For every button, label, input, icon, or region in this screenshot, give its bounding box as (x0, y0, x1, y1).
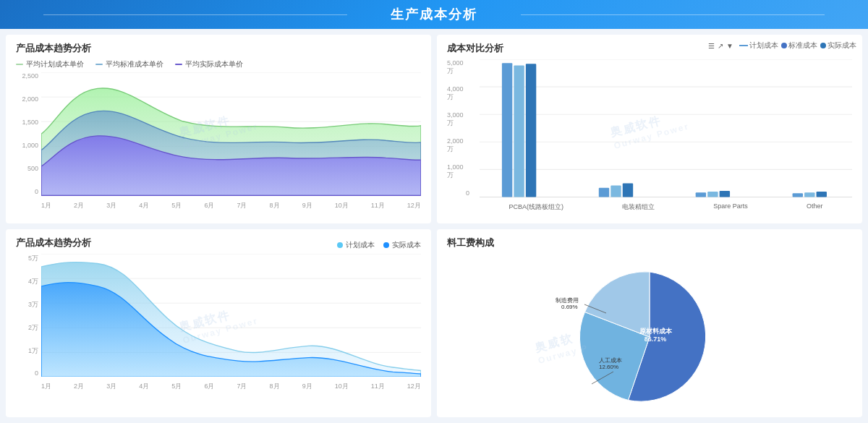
svg-rect-21 (793, 193, 803, 197)
bar-label-spareparts: Spare Parts (713, 202, 748, 212)
pie-chart-svg: 原材料成本 86.71% 人工成本 12.60% 制造费用 0.69% (527, 250, 773, 409)
svg-rect-13 (514, 65, 524, 197)
expand-icon[interactable]: ↗ (718, 42, 723, 50)
header-line-right (521, 14, 825, 15)
svg-rect-15 (599, 188, 609, 197)
svg-rect-16 (610, 186, 621, 197)
bar-label-other: Other (807, 202, 823, 212)
bar-label-pcba: PCBA(线路板组立) (509, 202, 564, 212)
legend-jihua: 计划成本 (739, 40, 778, 51)
svg-text:制造费用: 制造费用 (556, 297, 579, 304)
svg-text:人工成本: 人工成本 (599, 357, 622, 364)
legend-biaozhun: 标准成本 (781, 40, 817, 51)
panel-top-left: 产品成本趋势分析 平均计划成本单价 平均标准成本单价 平均实际成本单价 2,50… (6, 35, 431, 223)
bar-chart-svg (480, 59, 852, 197)
legend-item-2: 平均实际成本单价 (175, 59, 243, 69)
bottom-legend-label-1: 实际成本 (392, 240, 421, 250)
bar-label-dianzhuang: 电装精组立 (622, 202, 655, 212)
svg-rect-23 (817, 192, 827, 197)
bottom-legend-item-0: 计划成本 (337, 240, 375, 250)
top-left-legend: 平均计划成本单价 平均标准成本单价 平均实际成本单价 (16, 59, 421, 69)
top-right-toolbar[interactable]: ☰ ↗ ▼ 计划成本 标准成本 实际成本 (708, 40, 856, 51)
legend-label-2: 平均实际成本单价 (185, 59, 243, 69)
legend-item-1: 平均标准成本单价 (95, 59, 163, 69)
content-grid: 产品成本趋势分析 平均计划成本单价 平均标准成本单价 平均实际成本单价 2,50… (0, 29, 868, 423)
bottom-right-title: 料工费构成 (447, 236, 852, 249)
panel-bottom-right: 料工费构成 原材料成本 86.71% 人工成本 12.60% (437, 229, 862, 418)
top-left-y-axis: 2,5002,0001,5001,0005000 (16, 72, 41, 196)
bottom-legend-dot-0 (337, 242, 343, 248)
top-right-title: 成本对比分析 (447, 42, 503, 55)
svg-rect-17 (623, 183, 633, 197)
page-title: 生产成本分析 (391, 6, 477, 23)
legend-label-1: 平均标准成本单价 (106, 59, 163, 69)
bottom-legend-dot-1 (383, 242, 389, 248)
bottom-left-title: 产品成本趋势分析 (16, 236, 91, 249)
top-left-chart-area: 2,5002,0001,5001,0005000 (16, 72, 421, 210)
legend-dot-0 (16, 64, 23, 65)
svg-rect-14 (526, 64, 536, 197)
svg-rect-12 (502, 63, 512, 197)
svg-rect-18 (696, 192, 706, 197)
bottom-left-svg (41, 254, 421, 377)
table-icon[interactable]: ☰ (708, 42, 715, 50)
header: 生产成本分析 (0, 0, 868, 29)
bottom-left-x-axis: 1月2月3月4月5月6月7月8月9月10月11月12月 (41, 382, 421, 391)
svg-text:0.69%: 0.69% (561, 304, 578, 310)
bottom-left-legend: 计划成本 实际成本 (337, 240, 421, 250)
header-line-left (43, 14, 347, 15)
svg-text:12.60%: 12.60% (599, 364, 618, 370)
svg-text:原材料成本: 原材料成本 (639, 328, 673, 335)
panel-top-right: 成本对比分析 ☰ ↗ ▼ 计划成本 标准成本 实际成本 5,000万4,000万… (437, 35, 862, 223)
pie-container: 原材料成本 86.71% 人工成本 12.60% 制造费用 0.69% (447, 254, 852, 406)
top-right-y-axis: 5,000万4,000万3,000万2,000万1,000万0 (447, 59, 472, 197)
bottom-left-chart-area: 5万4万3万2万1万0 (16, 254, 421, 392)
legend-item-0: 平均计划成本单价 (16, 59, 84, 69)
bottom-legend-label-0: 计划成本 (346, 240, 375, 250)
legend-shiji: 实际成本 (820, 40, 856, 51)
svg-rect-20 (720, 191, 730, 197)
top-left-svg (41, 72, 421, 196)
bar-x-axis: PCBA(线路板组立) 电装精组立 Spare Parts Other (480, 202, 852, 212)
legend-dot-1 (95, 64, 103, 65)
filter-icon[interactable]: ▼ (726, 42, 733, 50)
legend-label-0: 平均计划成本单价 (26, 59, 84, 69)
bar-chart-container: 5,000万4,000万3,000万2,000万1,000万0 (447, 59, 852, 212)
svg-text:86.71%: 86.71% (644, 336, 667, 343)
bottom-legend-item-1: 实际成本 (383, 240, 421, 250)
top-left-x-axis: 1月2月3月4月5月6月7月8月9月10月11月12月 (41, 201, 421, 210)
svg-rect-22 (804, 192, 814, 197)
bottom-left-y-axis: 5万4万3万2万1万0 (16, 254, 41, 377)
legend-dot-2 (175, 64, 182, 65)
svg-rect-19 (707, 192, 718, 197)
top-left-title: 产品成本趋势分析 (16, 42, 421, 55)
panel-bottom-left: 产品成本趋势分析 计划成本 实际成本 5万4万3万2万1万0 (6, 229, 431, 418)
